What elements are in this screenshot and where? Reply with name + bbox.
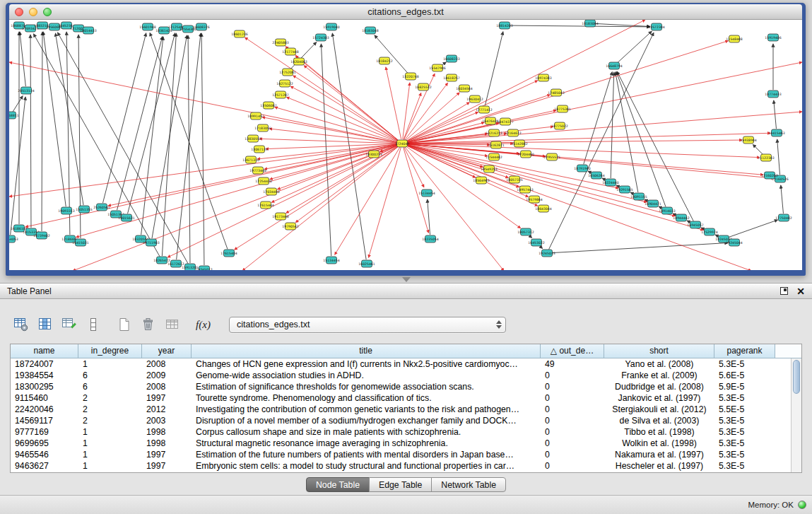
graph-node[interactable]: 13067133 <box>251 146 267 153</box>
graph-node[interactable]: 18814203 <box>496 22 512 29</box>
graph-node[interactable]: 19245033 <box>539 250 555 257</box>
network-canvas[interactable]: 1724049186887041769342518832157195606061… <box>9 20 802 270</box>
new-table-button[interactable] <box>114 315 134 334</box>
minimize-button[interactable] <box>29 8 37 16</box>
float-panel-icon[interactable] <box>780 287 788 295</box>
graph-node[interactable]: 19245012 <box>196 266 212 270</box>
graph-node[interactable]: 17771412 <box>476 106 492 113</box>
graph-node[interactable]: 15134454 <box>418 189 435 197</box>
table-selector-combobox[interactable]: citations_edges.txt <box>229 317 506 333</box>
graph-node[interactable]: 15919040 <box>323 23 339 30</box>
graph-node[interactable]: 17204460 <box>517 151 534 158</box>
column-header-pagerank[interactable]: pagerank <box>714 344 775 358</box>
graph-node[interactable]: 18184212 <box>376 57 392 64</box>
close-button[interactable] <box>15 8 23 16</box>
graph-node[interactable]: 16648794 <box>606 62 622 69</box>
graph-node[interactable]: 18601236 <box>231 30 247 37</box>
column-header-name[interactable]: name <box>11 344 78 358</box>
table-row[interactable]: 1938455462009Genome-wide association stu… <box>11 370 791 381</box>
graph-node[interactable]: 18183048 <box>362 27 378 34</box>
graph-node[interactable]: 14275122 <box>276 80 293 87</box>
column-header-in-degree[interactable]: in_degree <box>78 344 142 358</box>
graph-node[interactable]: 12752081 <box>279 69 295 76</box>
graph-node[interactable]: 15051355 <box>76 206 92 213</box>
graph-node[interactable]: 16453022 <box>528 239 544 246</box>
table-settings-button[interactable] <box>11 315 30 334</box>
graph-node[interactable]: 14204063 <box>290 58 307 65</box>
zoom-button[interactable] <box>43 8 52 16</box>
graph-node[interactable]: 18224440 <box>602 179 618 186</box>
graph-node[interactable]: 18057312 <box>517 228 534 235</box>
graph-node[interactable]: 12177448 <box>282 48 298 55</box>
tab-network-table[interactable]: Network Table <box>431 477 506 492</box>
table-row[interactable]: 1456911722003Disruption of a novel membe… <box>11 415 791 426</box>
graph-node[interactable]: 17529974 <box>701 228 717 235</box>
graph-node[interactable]: 15254053 <box>9 235 18 243</box>
column-header-out-de-[interactable]: △ out_de… <box>541 344 604 358</box>
table-row[interactable]: 946362711997Embryonic stem cells: a mode… <box>11 460 791 472</box>
graph-node[interactable]: 17615444 <box>257 201 273 209</box>
table-row[interactable]: 969969511998Structural magnetic resonanc… <box>11 438 791 449</box>
graph-node[interactable]: 15601948 <box>139 23 155 30</box>
graph-node[interactable]: 13220748 <box>402 73 418 80</box>
graph-node[interactable]: 16825532 <box>415 83 431 90</box>
graph-node[interactable]: 25260561 <box>93 204 110 211</box>
graph-node[interactable]: 19630412 <box>466 95 483 103</box>
column-header-short[interactable]: short <box>604 344 714 358</box>
graph-node[interactable]: 15724303 <box>312 34 329 41</box>
graph-node[interactable]: 18057335 <box>506 176 522 183</box>
function-builder-button[interactable]: f(x) <box>194 315 213 334</box>
table-row[interactable]: 977716911998Corpus callosum shape and si… <box>11 426 791 438</box>
graph-node[interactable]: 16034564 <box>456 85 472 92</box>
graph-node[interactable]: 13830552 <box>245 135 261 142</box>
graph-node[interactable]: 19790542 <box>282 223 298 230</box>
graph-node[interactable]: 14415463 <box>768 129 784 136</box>
graph-node[interactable]: 22405803 <box>272 39 288 46</box>
graph-node[interactable]: 15919406 <box>765 34 781 41</box>
graph-node[interactable]: 11544482 <box>486 153 502 160</box>
table-row[interactable]: 2242004622012Investigating the contribut… <box>11 404 791 415</box>
graph-node[interactable]: 18914033 <box>659 207 675 214</box>
delete-table-button[interactable] <box>139 315 158 334</box>
network-window-titlebar[interactable]: citations_edges.txt <box>9 4 802 20</box>
graph-node[interactable]: 13671310 <box>242 156 259 163</box>
graph-node[interactable]: 19093313 <box>58 207 74 214</box>
graph-node[interactable]: 18183064 <box>582 20 598 27</box>
graph-node[interactable]: 18791940 <box>574 165 590 172</box>
graph-node[interactable]: 17034450 <box>263 188 279 195</box>
graph-node[interactable]: 10474377 <box>497 118 513 125</box>
graph-node[interactable]: 18774433 <box>765 90 781 98</box>
graph-node[interactable]: 14618257 <box>443 74 459 81</box>
graph-node[interactable]: 18775301 <box>554 105 570 112</box>
graph-node[interactable]: 16025461 <box>358 260 375 267</box>
graph-node[interactable]: 10991457 <box>247 112 264 119</box>
table-row[interactable]: 1872400712008Changes of HCN gene express… <box>11 358 791 370</box>
table-row[interactable]: 911546021997Tourette syndrome. Phenomeno… <box>11 392 791 404</box>
graph-node[interactable]: 12068811 <box>9 112 19 119</box>
graph-node[interactable]: 12571207 <box>272 91 288 98</box>
column-header-year[interactable]: year <box>142 344 192 358</box>
graph-node[interactable]: 17750482 <box>775 214 792 221</box>
graph-node[interactable]: 15134454 <box>323 257 339 264</box>
graph-node[interactable]: 13506067 <box>260 102 276 109</box>
graph-node[interactable]: 18235054 <box>422 235 438 243</box>
graph-node[interactable]: 16142882 <box>511 140 527 147</box>
graph-node[interactable]: 17955575 <box>543 153 560 160</box>
table-row[interactable]: 946554611997Estimation of the future num… <box>11 449 791 460</box>
graph-node[interactable]: 16608233 <box>443 55 459 62</box>
graph-node[interactable]: 17485043 <box>548 89 564 96</box>
graph-node[interactable]: 11122303 <box>758 154 774 161</box>
graph-node[interactable]: 13572304 <box>648 23 664 30</box>
panel-splitter-handle[interactable] <box>402 277 411 282</box>
graph-node[interactable]: 18643044 <box>535 205 551 212</box>
table-row[interactable]: 1830029562008Estimation of significance … <box>11 381 791 392</box>
column-chooser-button[interactable] <box>35 315 54 334</box>
graph-node[interactable]: 16506264 <box>588 172 604 179</box>
graph-node[interactable]: 1724049 <box>395 140 410 147</box>
column-header-title[interactable]: title <box>192 344 541 358</box>
graph-node[interactable]: 16904471 <box>645 200 661 207</box>
graph-node[interactable]: 10944442 <box>673 214 689 221</box>
graph-node[interactable]: 15938904 <box>740 136 756 144</box>
edit-table-button[interactable] <box>59 315 78 334</box>
import-table-button[interactable] <box>163 315 182 334</box>
